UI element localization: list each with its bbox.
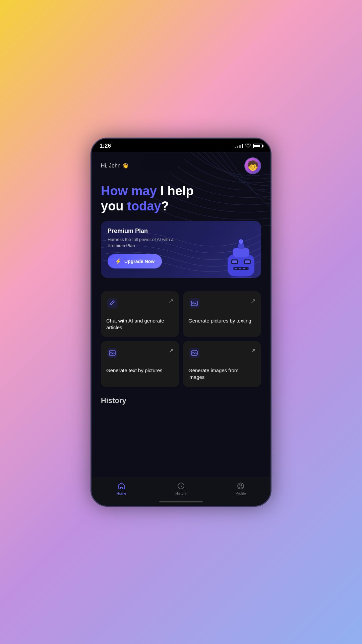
svg-rect-20 [189, 348, 199, 358]
upgrade-label: Upgrade Now [124, 259, 155, 264]
premium-card[interactable]: Premium Plan Harness the full power of A… [101, 221, 261, 278]
svg-rect-14 [189, 298, 199, 308]
arrow-icon-images: ↗ [251, 347, 256, 354]
feature-card-top-3: ↗ [106, 347, 174, 359]
hero-blue2: today [127, 199, 161, 213]
image-text-icon-2 [106, 347, 118, 359]
status-bar: 1:26 [92, 139, 270, 152]
history-icon [177, 482, 185, 490]
wifi-icon [245, 144, 251, 148]
svg-point-25 [240, 484, 242, 486]
image-text-icon [188, 297, 200, 309]
hero-blue: How may [101, 184, 160, 198]
svg-rect-11 [238, 244, 244, 249]
arrow-icon-text: ↗ [169, 347, 174, 354]
nav-item-history[interactable]: History [151, 477, 211, 499]
upgrade-button[interactable]: ⚡ Upgrade Now [108, 254, 162, 268]
history-title: History [101, 396, 261, 405]
feature-card-top-2: ↗ [188, 297, 256, 309]
svg-rect-7 [235, 268, 237, 269]
nav-label-profile: Profile [235, 491, 246, 495]
premium-desc: Harness the full power of AI with a Prem… [108, 237, 175, 249]
feature-card-images[interactable]: ↗ Generate images from images [183, 341, 261, 387]
pencil-icon [106, 297, 118, 309]
greeting-row: Hi, John 👋 🧒 [101, 157, 261, 174]
svg-point-19 [111, 352, 112, 353]
battery-icon [253, 144, 262, 148]
status-time: 1:26 [100, 143, 111, 149]
nav-label-home: Home [116, 491, 126, 495]
svg-rect-17 [107, 348, 117, 358]
nav-label-history: History [175, 491, 187, 495]
svg-rect-4 [232, 260, 237, 263]
greeting-text: Hi, John 👋 [101, 162, 129, 169]
phone-frame: 1:26 [90, 138, 272, 507]
bottom-nav: Home History Profile [92, 477, 270, 499]
svg-rect-1 [228, 254, 254, 276]
svg-rect-8 [239, 268, 241, 269]
profile-icon [237, 482, 245, 490]
svg-rect-9 [243, 268, 245, 269]
home-indicator [92, 499, 270, 506]
svg-point-22 [193, 352, 194, 353]
feature-label-pictures: Generate pictures by texting [188, 317, 256, 324]
arrow-icon-chat: ↗ [169, 297, 174, 305]
feature-card-chat[interactable]: ↗ Chat with AI and generate articles [101, 291, 179, 337]
hero-white2: you [101, 199, 127, 213]
home-icon [117, 482, 125, 490]
svg-rect-10 [233, 248, 249, 257]
feature-label-chat: Chat with AI and generate articles [106, 317, 174, 331]
bolt-icon: ⚡ [115, 258, 122, 264]
robot-figure [219, 231, 261, 278]
feature-card-top: ↗ [106, 297, 174, 309]
header-section: Hi, John 👋 🧒 How may I help you today? [92, 152, 270, 291]
image-image-icon [188, 347, 200, 359]
hero-white: I help [160, 184, 193, 198]
feature-card-pictures[interactable]: ↗ Generate pictures by texting [183, 291, 261, 337]
hero-title: How may I help you today? [101, 184, 261, 214]
nav-item-profile[interactable]: Profile [211, 477, 270, 499]
home-bar [159, 501, 203, 502]
signal-icon [235, 144, 243, 148]
feature-card-top-4: ↗ [188, 347, 256, 359]
hero-white3: ? [161, 199, 169, 213]
svg-point-16 [193, 302, 194, 303]
avatar[interactable]: 🧒 [244, 157, 261, 174]
history-section: History [92, 394, 270, 412]
feature-card-text[interactable]: ↗ Generate text by pictures [101, 341, 179, 387]
scroll-content[interactable]: Hi, John 👋 🧒 How may I help you today? [92, 152, 270, 477]
nav-item-home[interactable]: Home [92, 477, 151, 499]
feature-grid: ↗ Chat with AI and generate articles [92, 291, 270, 394]
svg-point-0 [228, 276, 254, 278]
feature-label-text: Generate text by pictures [106, 367, 174, 374]
svg-point-12 [239, 239, 243, 244]
feature-label-images: Generate images from images [188, 367, 256, 381]
status-icons [235, 144, 262, 148]
svg-rect-5 [245, 260, 250, 263]
arrow-icon-pictures: ↗ [251, 297, 256, 305]
